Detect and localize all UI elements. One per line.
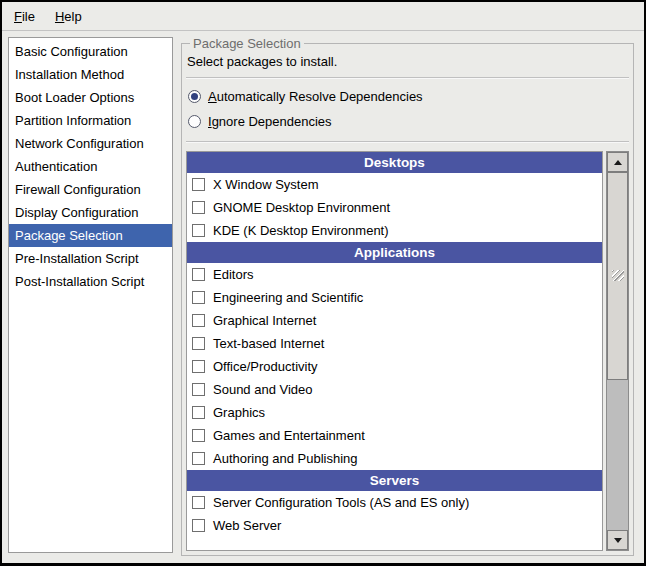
package-row-web-server[interactable]: Web Server: [187, 514, 602, 537]
checkbox-gnome-desktop-environment[interactable]: [192, 201, 205, 214]
menu-file[interactable]: File: [12, 8, 37, 25]
package-row-graphics[interactable]: Graphics: [187, 401, 602, 424]
scrollbar-thumb[interactable]: [607, 172, 628, 380]
package-row-office-productivity[interactable]: Office/Productivity: [187, 355, 602, 378]
menubar: FileHelp: [2, 2, 644, 31]
package-selection-frame: Package Selection Select packages to ins…: [181, 36, 634, 556]
sidebar-item-partition-information[interactable]: Partition Information: [9, 109, 172, 132]
sidebar-item-basic-configuration[interactable]: Basic Configuration: [9, 40, 172, 63]
dependency-radio-group: Automatically Resolve DependenciesIgnore…: [186, 84, 629, 134]
up-arrow-icon: [614, 160, 622, 165]
menu-label-accel: F: [14, 9, 22, 24]
package-row-sound-and-video[interactable]: Sound and Video: [187, 378, 602, 401]
package-label: Graphics: [213, 405, 265, 420]
checkbox-authoring-and-publishing[interactable]: [192, 452, 205, 465]
package-row-engineering-and-scientific[interactable]: Engineering and Scientific: [187, 286, 602, 309]
radio-ignore-dependencies[interactable]: Ignore Dependencies: [188, 109, 629, 134]
radio-label: Automatically Resolve Dependencies: [208, 89, 423, 104]
package-row-games-and-entertainment[interactable]: Games and Entertainment: [187, 424, 602, 447]
radio-label-accel: A: [208, 89, 217, 104]
sidebar-item-installation-method[interactable]: Installation Method: [9, 63, 172, 86]
sidebar-item-firewall-configuration[interactable]: Firewall Configuration: [9, 178, 172, 201]
checkbox-x-window-system[interactable]: [192, 178, 205, 191]
package-label: Office/Productivity: [213, 359, 318, 374]
section-header-applications: Applications: [187, 242, 602, 263]
scrollbar-grip: [612, 270, 624, 281]
scrollbar-track[interactable]: [607, 172, 628, 530]
panel-subtitle: Select packages to install.: [187, 53, 629, 70]
radio-unselected-icon[interactable]: [188, 115, 201, 128]
menu-label-accel: H: [55, 9, 64, 24]
checkbox-kde-k-desktop-environment[interactable]: [192, 224, 205, 237]
package-row-editors[interactable]: Editors: [187, 263, 602, 286]
sidebar-item-pre-installation-script[interactable]: Pre-Installation Script: [9, 247, 172, 270]
sidebar-item-network-configuration[interactable]: Network Configuration: [9, 132, 172, 155]
checkbox-graphical-internet[interactable]: [192, 314, 205, 327]
package-row-gnome-desktop-environment[interactable]: GNOME Desktop Environment: [187, 196, 602, 219]
package-label: KDE (K Desktop Environment): [213, 223, 389, 238]
radio-label: Ignore Dependencies: [208, 114, 332, 129]
scroll-up-button[interactable]: [607, 152, 628, 172]
package-row-authoring-and-publishing[interactable]: Authoring and Publishing: [187, 447, 602, 470]
section-header-desktops: Desktops: [187, 152, 602, 173]
package-label: Server Configuration Tools (AS and ES on…: [213, 495, 469, 510]
package-row-kde-k-desktop-environment[interactable]: KDE (K Desktop Environment): [187, 219, 602, 242]
menu-label: ile: [22, 9, 35, 24]
package-label: Sound and Video: [213, 382, 313, 397]
frame-title: Package Selection: [190, 36, 304, 51]
checkbox-graphics[interactable]: [192, 406, 205, 419]
sidebar-item-package-selection[interactable]: Package Selection: [9, 224, 172, 247]
radio-dot: [191, 93, 198, 100]
menu-label: elp: [64, 9, 81, 24]
radio-label-text: gnore Dependencies: [212, 114, 332, 129]
section-header-servers: Servers: [187, 470, 602, 491]
down-arrow-icon: [614, 538, 622, 543]
radio-automatically-resolve-dependencies[interactable]: Automatically Resolve Dependencies: [188, 84, 629, 109]
separator: [186, 141, 629, 143]
checkbox-server-configuration-tools-as-and-es-only[interactable]: [192, 496, 205, 509]
sidebar-item-boot-loader-options[interactable]: Boot Loader Options: [9, 86, 172, 109]
checkbox-sound-and-video[interactable]: [192, 383, 205, 396]
package-label: Text-based Internet: [213, 336, 324, 351]
checkbox-games-and-entertainment[interactable]: [192, 429, 205, 442]
package-label: Authoring and Publishing: [213, 451, 358, 466]
package-row-text-based-internet[interactable]: Text-based Internet: [187, 332, 602, 355]
checkbox-web-server[interactable]: [192, 519, 205, 532]
checkbox-editors[interactable]: [192, 268, 205, 281]
package-row-x-window-system[interactable]: X Window System: [187, 173, 602, 196]
package-label: Editors: [213, 267, 253, 282]
checkbox-engineering-and-scientific[interactable]: [192, 291, 205, 304]
checkbox-text-based-internet[interactable]: [192, 337, 205, 350]
menu-help[interactable]: Help: [53, 8, 84, 25]
package-label: GNOME Desktop Environment: [213, 200, 390, 215]
sidebar-item-post-installation-script[interactable]: Post-Installation Script: [9, 270, 172, 293]
package-label: X Window System: [213, 177, 318, 192]
package-list-area: DesktopsX Window SystemGNOME Desktop Env…: [186, 151, 629, 551]
package-list: DesktopsX Window SystemGNOME Desktop Env…: [186, 151, 603, 551]
package-row-server-configuration-tools-as-and-es-only[interactable]: Server Configuration Tools (AS and ES on…: [187, 491, 602, 514]
package-label: Web Server: [213, 518, 281, 533]
scroll-down-button[interactable]: [607, 530, 628, 550]
package-label: Graphical Internet: [213, 313, 316, 328]
checkbox-office-productivity[interactable]: [192, 360, 205, 373]
sidebar-item-display-configuration[interactable]: Display Configuration: [9, 201, 172, 224]
package-label: Games and Entertainment: [213, 428, 365, 443]
radio-label-text: utomatically Resolve Dependencies: [217, 89, 423, 104]
kickstart-configurator-window: FileHelp Basic ConfigurationInstallation…: [0, 0, 646, 566]
package-row-graphical-internet[interactable]: Graphical Internet: [187, 309, 602, 332]
vertical-scrollbar[interactable]: [606, 151, 629, 551]
sidebar-section-list: Basic ConfigurationInstallation MethodBo…: [8, 37, 173, 553]
package-label: Engineering and Scientific: [213, 290, 363, 305]
radio-selected-icon[interactable]: [188, 90, 201, 103]
sidebar-item-authentication[interactable]: Authentication: [9, 155, 172, 178]
separator: [186, 77, 629, 79]
